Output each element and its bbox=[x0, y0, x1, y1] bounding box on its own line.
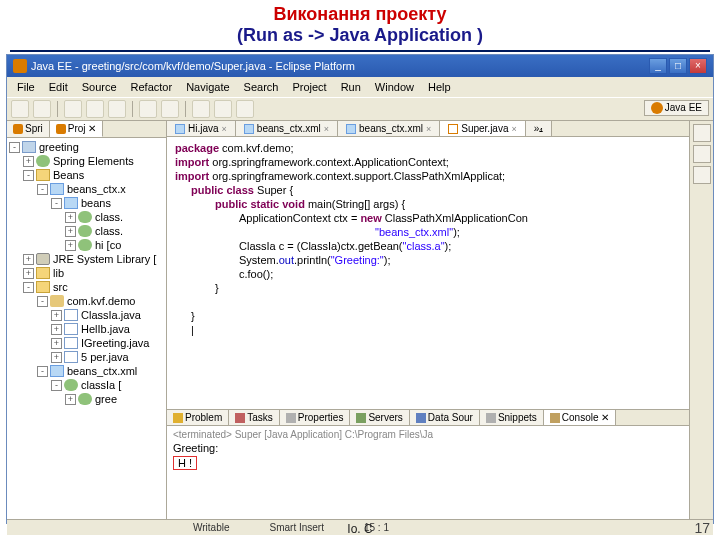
tree-green[interactable]: +gree bbox=[9, 392, 164, 406]
spring-icon bbox=[13, 124, 23, 134]
page-number: 17 bbox=[694, 520, 710, 536]
new-button[interactable] bbox=[11, 100, 29, 118]
menu-search[interactable]: Search bbox=[238, 79, 285, 95]
bottom-tabs: Problem Tasks Properties Servers Data So… bbox=[167, 410, 689, 426]
toolbar-sep2 bbox=[132, 101, 133, 117]
menu-run[interactable]: Run bbox=[335, 79, 367, 95]
menu-help[interactable]: Help bbox=[422, 79, 457, 95]
tree-lib[interactable]: +lib bbox=[9, 266, 164, 280]
console-highlight: H ! bbox=[173, 456, 197, 470]
tab-spring[interactable]: Spri bbox=[7, 121, 50, 137]
menu-refactor[interactable]: Refactor bbox=[125, 79, 179, 95]
perspective-label: Java EE bbox=[665, 102, 702, 113]
explorer-tabs: Spri Proj ✕ bbox=[7, 121, 166, 138]
menu-window[interactable]: Window bbox=[369, 79, 420, 95]
tree-igreeting[interactable]: +IGreeting.java bbox=[9, 336, 164, 350]
tree-beans-node[interactable]: -beans bbox=[9, 196, 164, 210]
tree-beansxml[interactable]: -beans_ctx.xml bbox=[9, 364, 164, 378]
window-title: Java EE - greeting/src/com/kvf/demo/Supe… bbox=[31, 60, 355, 72]
maximize-button[interactable]: □ bbox=[669, 58, 687, 74]
nav-back-button[interactable] bbox=[214, 100, 232, 118]
tree-super[interactable]: +5 per.java bbox=[9, 350, 164, 364]
toolbar-sep3 bbox=[185, 101, 186, 117]
javaee-icon bbox=[651, 102, 663, 114]
tab-snippets[interactable]: Snippets bbox=[480, 410, 544, 425]
close-icon[interactable]: × bbox=[511, 124, 516, 134]
tab-tasks[interactable]: Tasks bbox=[229, 410, 280, 425]
tab-hi[interactable]: Hi.java× bbox=[167, 121, 236, 136]
new-class-button[interactable] bbox=[161, 100, 179, 118]
work-area: Spri Proj ✕ -greeting +Spring Elements -… bbox=[7, 121, 713, 519]
window-titlebar: Java EE - greeting/src/com/kvf/demo/Supe… bbox=[7, 55, 713, 77]
main-toolbar: Java EE bbox=[7, 97, 713, 121]
tab-super[interactable]: Super.java× bbox=[440, 121, 526, 136]
window-buttons: _ □ × bbox=[649, 58, 707, 74]
console-terminated: <terminated> Super [Java Application] C:… bbox=[173, 429, 683, 440]
slide-title: Виконання проекту (Run as -> Java Applic… bbox=[0, 0, 720, 50]
editor-area: Hi.java× beans_ctx.xml× beans_ctx.xml× S… bbox=[167, 121, 689, 519]
editor-tabs: Hi.java× beans_ctx.xml× beans_ctx.xml× S… bbox=[167, 121, 689, 137]
console-line1: Greeting: bbox=[173, 442, 683, 454]
outline-restore-button[interactable] bbox=[693, 124, 711, 142]
tree-helib[interactable]: +HelIb.java bbox=[9, 322, 164, 336]
tree-class-a[interactable]: +class. bbox=[9, 210, 164, 224]
restore-button-3[interactable] bbox=[693, 166, 711, 184]
tab-project[interactable]: Proj ✕ bbox=[50, 121, 104, 137]
app-icon bbox=[13, 59, 27, 73]
console-view[interactable]: <terminated> Super [Java Application] C:… bbox=[167, 426, 689, 519]
menu-source[interactable]: Source bbox=[76, 79, 123, 95]
ext-tools-button[interactable] bbox=[108, 100, 126, 118]
tree-classia[interactable]: +ClassIa.java bbox=[9, 308, 164, 322]
tree-jre[interactable]: +JRE System Library [ bbox=[9, 252, 164, 266]
tab-servers[interactable]: Servers bbox=[350, 410, 409, 425]
menu-project[interactable]: Project bbox=[286, 79, 332, 95]
tree-src[interactable]: -src bbox=[9, 280, 164, 294]
perspective-switcher[interactable]: Java EE bbox=[644, 100, 709, 116]
tree-classia-node[interactable]: -classIa [ bbox=[9, 378, 164, 392]
eclipse-window: Java EE - greeting/src/com/kvf/demo/Supe… bbox=[6, 54, 714, 524]
toolbar-sep bbox=[57, 101, 58, 117]
status-insert: Smart Insert bbox=[270, 522, 324, 533]
restore-button-2[interactable] bbox=[693, 145, 711, 163]
tree-beans-file[interactable]: -beans_ctx.x bbox=[9, 182, 164, 196]
new-pkg-button[interactable] bbox=[139, 100, 157, 118]
close-icon[interactable]: × bbox=[324, 124, 329, 134]
menu-edit[interactable]: Edit bbox=[43, 79, 74, 95]
tree-root[interactable]: -greeting bbox=[9, 140, 164, 154]
close-icon[interactable]: × bbox=[426, 124, 431, 134]
tree-hi[interactable]: +hi [co bbox=[9, 238, 164, 252]
tree-spring[interactable]: +Spring Elements bbox=[9, 154, 164, 168]
slide-divider bbox=[10, 50, 710, 52]
search-button[interactable] bbox=[192, 100, 210, 118]
code-editor[interactable]: package com.kvf.demo; import org.springf… bbox=[167, 137, 689, 409]
slide-title-uk: Виконання проекту bbox=[273, 4, 446, 24]
tab-problems[interactable]: Problem bbox=[167, 410, 229, 425]
nav-fwd-button[interactable] bbox=[236, 100, 254, 118]
save-button[interactable] bbox=[33, 100, 51, 118]
tab-beans2[interactable]: beans_ctx.xml× bbox=[338, 121, 440, 136]
right-minimized-pane bbox=[689, 121, 713, 519]
menu-navigate[interactable]: Navigate bbox=[180, 79, 235, 95]
slide-title-en: (Run as -> Java Application ) bbox=[237, 25, 483, 45]
tree-beans[interactable]: -Beans bbox=[9, 168, 164, 182]
tab-more[interactable]: »₄ bbox=[526, 121, 553, 136]
run-button[interactable] bbox=[86, 100, 104, 118]
close-button[interactable]: × bbox=[689, 58, 707, 74]
tab-beans1[interactable]: beans_ctx.xml× bbox=[236, 121, 338, 136]
project-explorer: Spri Proj ✕ -greeting +Spring Elements -… bbox=[7, 121, 167, 519]
bottom-panel: Problem Tasks Properties Servers Data So… bbox=[167, 409, 689, 519]
tab-datasource[interactable]: Data Sour bbox=[410, 410, 480, 425]
debug-button[interactable] bbox=[64, 100, 82, 118]
tree-class-b[interactable]: +class. bbox=[9, 224, 164, 238]
minimize-button[interactable]: _ bbox=[649, 58, 667, 74]
tab-properties[interactable]: Properties bbox=[280, 410, 351, 425]
tree-pkg[interactable]: -com.kvf.demo bbox=[9, 294, 164, 308]
slide-footer: Io. C bbox=[347, 522, 372, 536]
close-icon[interactable]: × bbox=[222, 124, 227, 134]
project-icon bbox=[56, 124, 66, 134]
status-writable: Writable bbox=[193, 522, 230, 533]
menu-bar: File Edit Source Refactor Navigate Searc… bbox=[7, 77, 713, 97]
tab-console[interactable]: Console ✕ bbox=[544, 410, 616, 425]
menu-file[interactable]: File bbox=[11, 79, 41, 95]
project-tree[interactable]: -greeting +Spring Elements -Beans -beans… bbox=[7, 138, 166, 519]
